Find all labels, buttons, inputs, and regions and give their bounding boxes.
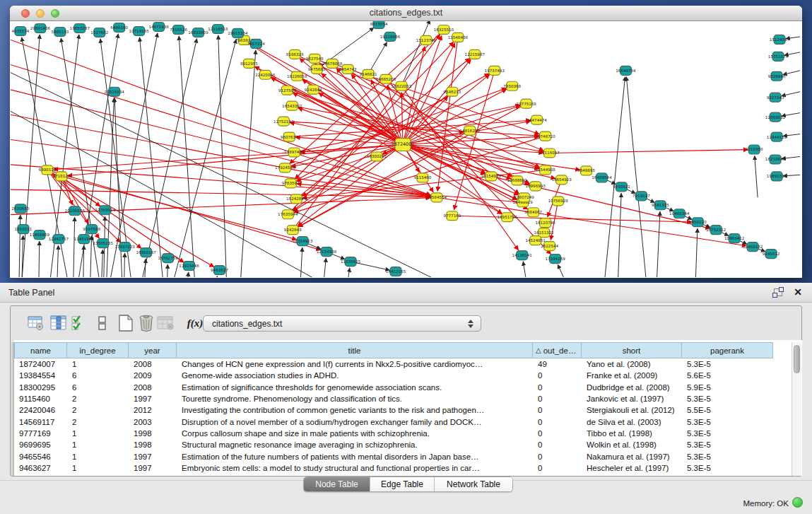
select-rows-icon[interactable]: [69, 313, 88, 333]
graph-node-label: 20691406: [30, 26, 51, 30]
graph-edge: [523, 262, 526, 277]
row-height-icon[interactable]: [93, 313, 112, 333]
graph-node-label: 5905133: [51, 30, 69, 34]
table-cell: 0: [533, 393, 582, 404]
table-cell: 2: [67, 404, 129, 416]
graph-node-label: 13897402: [284, 150, 304, 154]
graph-node-label: 16033809: [188, 30, 208, 35]
graph-node-label: 11451942: [74, 237, 94, 241]
table-cell: 5.9E-5: [682, 382, 773, 393]
float-window-icon[interactable]: [774, 288, 782, 296]
table-cell: de Silva et al. (2003): [582, 416, 682, 427]
table-cell: 1: [67, 358, 129, 370]
graph-node-label: 9450120: [689, 220, 707, 224]
table-row[interactable]: 1456911722003Disruption of a novel membe…: [14, 416, 773, 427]
desktop-background: citations_edges.txt 18724007183002951822…: [0, 0, 812, 283]
graph-node-label: 10688609: [507, 178, 528, 182]
graph-node-label: 15124087: [770, 37, 790, 42]
graph-node-label: 9607637: [281, 135, 298, 139]
new-table-icon[interactable]: [116, 313, 136, 333]
graph-node-label: 9390112: [38, 168, 56, 172]
table-cell: 2009: [129, 370, 177, 381]
table-row[interactable]: 977716911998Corpus callosum shape and si…: [14, 428, 773, 439]
column-header-in_degree[interactable]: in_degree: [67, 342, 129, 358]
table-row[interactable]: 1830029562008Estimation of significance …: [14, 382, 773, 393]
memory-status-indicator[interactable]: [792, 497, 803, 508]
column-header-year[interactable]: year: [129, 342, 177, 358]
vertical-scrollbar[interactable]: [792, 342, 801, 476]
graph-node-label: 13505135: [93, 241, 114, 245]
table-cell: 0: [533, 428, 582, 439]
column-header-pagerank[interactable]: pagerank: [682, 342, 773, 358]
table-cell: 0: [533, 462, 582, 474]
network-view-canvas[interactable]: 1872400718300295182260589127503165433821…: [11, 21, 801, 277]
graph-node-label: 15123748: [416, 38, 437, 42]
table-cell: 1: [67, 450, 129, 462]
graph-node-label: 7919197: [632, 194, 650, 198]
delete-table-icon[interactable]: [136, 313, 156, 333]
table-cell: 6: [67, 370, 129, 381]
table-cell: 5.3E-5: [682, 439, 773, 450]
graph-node-label: 17334269: [545, 257, 565, 261]
graph-node-label: 9777169: [443, 214, 461, 218]
graph-node-label: 17957223: [115, 245, 136, 249]
table-cell: 0: [533, 416, 582, 427]
table-cell: Investigating the contribution of common…: [177, 404, 533, 416]
graph-node-label: 10965412: [724, 236, 744, 240]
citation-network-graph[interactable]: 1872400718300295182260589127503165433821…: [11, 21, 801, 277]
table-cell: Disruption of a novel member of a sodium…: [177, 416, 533, 427]
table-cell: 49: [533, 358, 582, 370]
graph-node-label: 8215958: [746, 147, 763, 151]
delete-column-icon[interactable]: [156, 313, 176, 333]
graph-node-label: 18226058: [287, 74, 307, 78]
graph-node-label: 15751074: [768, 54, 789, 59]
select-column-icon[interactable]: [49, 313, 69, 333]
table-row[interactable]: 969969511998Structural magnetic resonanc…: [14, 439, 773, 450]
graph-node-label: 11456869: [30, 233, 50, 237]
graph-node-label: 16648784: [616, 69, 636, 73]
graph-node-label: 12116518: [208, 27, 228, 31]
graph-node-label: 10996993: [525, 184, 546, 188]
function-builder-icon[interactable]: f(x): [185, 313, 205, 333]
graph-node-label: 9849895: [577, 168, 595, 173]
graph-edge: [550, 150, 748, 153]
graph-node-label: 9546213: [443, 90, 461, 94]
table-cell: Franke et al. (2009): [582, 370, 682, 381]
graph-node-label: 2718120: [52, 174, 70, 178]
graph-node-label: 10719185: [129, 29, 149, 33]
window-titlebar[interactable]: citations_edges.txt: [10, 6, 802, 21]
table-cell: Genome-wide association studies in ADHD.: [177, 370, 533, 381]
table-cell: 1: [67, 462, 129, 474]
table-cell: 18724007: [14, 358, 67, 370]
close-icon[interactable]: ✕: [794, 286, 802, 298]
scrollbar-thumb[interactable]: [794, 345, 800, 373]
table-panel-titlebar: Table Panel ✕: [0, 283, 812, 303]
table-row[interactable]: 2242004622012Investigating the contribut…: [14, 404, 773, 416]
graph-edge: [174, 40, 237, 277]
table-cell: Corpus callosum shape and size in male p…: [177, 428, 533, 439]
table-row[interactable]: 946554611997Estimation of the future num…: [14, 450, 773, 462]
graph-node-label: 9197588: [83, 227, 100, 231]
column-header-name[interactable]: name: [14, 342, 67, 358]
network-window: citations_edges.txt 18724007183002951822…: [10, 6, 802, 278]
table-row[interactable]: 1872400712008Changes of HCN gene express…: [14, 358, 773, 370]
graph-node-label: 9475685: [308, 67, 326, 71]
tab-edge-table[interactable]: Edge Table: [370, 477, 434, 491]
tab-node-table[interactable]: Node Table: [304, 477, 370, 491]
column-header-title[interactable]: title: [177, 342, 533, 358]
table-settings-icon[interactable]: [26, 313, 46, 333]
table-cell: 1998: [129, 439, 177, 450]
graph-node-label: 17635944: [278, 212, 298, 216]
table-cell: 0: [533, 382, 582, 393]
graph-node-label: 16958167: [136, 250, 156, 255]
column-header-short[interactable]: short: [582, 342, 682, 358]
table-type-tabs: Node Table Edge Table Network Table: [303, 477, 513, 492]
table-row[interactable]: 911546021997Tourette syndrome. Phenomeno…: [14, 393, 773, 404]
graph-node-label: 16154923: [481, 174, 502, 178]
tab-network-table[interactable]: Network Table: [434, 477, 512, 491]
column-header-out_de[interactable]: △out_de…: [533, 342, 582, 358]
graph-node-label: 9127503: [278, 88, 296, 93]
table-row[interactable]: 1938455462009Genome-wide association stu…: [14, 370, 773, 381]
table-row[interactable]: 946362711997Embryonic stem cells: a mode…: [14, 462, 773, 474]
table-selector-dropdown[interactable]: citations_edges.txt: [203, 315, 481, 332]
